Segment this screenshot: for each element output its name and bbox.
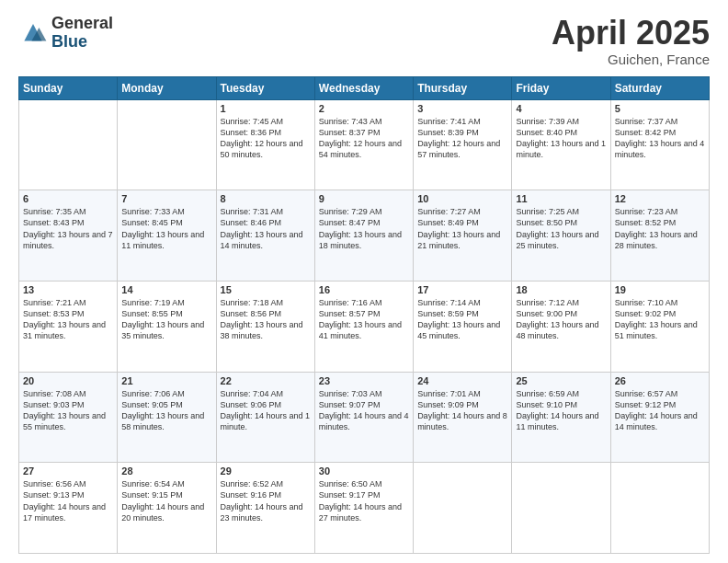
col-wednesday: Wednesday xyxy=(314,76,413,99)
calendar-cell: 15Sunrise: 7:18 AMSunset: 8:56 PMDayligh… xyxy=(216,281,314,372)
col-tuesday: Tuesday xyxy=(216,76,314,99)
calendar-cell: 14Sunrise: 7:19 AMSunset: 8:55 PMDayligh… xyxy=(118,281,216,372)
calendar-cell: 10Sunrise: 7:27 AMSunset: 8:49 PMDayligh… xyxy=(414,190,512,282)
calendar-cell: 27Sunrise: 6:56 AMSunset: 9:13 PMDayligh… xyxy=(19,463,118,554)
week-row-5: 27Sunrise: 6:56 AMSunset: 9:13 PMDayligh… xyxy=(19,463,710,554)
day-number: 25 xyxy=(516,375,606,386)
calendar-cell: 7Sunrise: 7:33 AMSunset: 8:45 PMDaylight… xyxy=(118,190,216,282)
title-block: April 2025 Guichen, France xyxy=(552,15,710,67)
day-info: Sunrise: 7:43 AMSunset: 8:37 PMDaylight:… xyxy=(319,116,409,161)
calendar-cell: 26Sunrise: 6:57 AMSunset: 9:12 PMDayligh… xyxy=(610,372,709,463)
day-info: Sunrise: 7:45 AMSunset: 8:36 PMDaylight:… xyxy=(221,116,311,161)
day-info: Sunrise: 6:57 AMSunset: 9:12 PMDaylight:… xyxy=(615,388,705,433)
day-number: 28 xyxy=(121,465,211,477)
day-info: Sunrise: 7:21 AMSunset: 8:53 PMDaylight:… xyxy=(23,297,113,342)
day-info: Sunrise: 6:52 AMSunset: 9:16 PMDaylight:… xyxy=(221,478,311,523)
day-number: 8 xyxy=(221,193,311,204)
day-number: 26 xyxy=(615,375,705,386)
day-number: 12 xyxy=(615,193,705,204)
calendar-cell: 16Sunrise: 7:16 AMSunset: 8:57 PMDayligh… xyxy=(314,281,413,372)
page: General Blue April 2025 Guichen, France … xyxy=(0,0,728,563)
day-number: 4 xyxy=(516,103,606,114)
calendar-cell: 13Sunrise: 7:21 AMSunset: 8:53 PMDayligh… xyxy=(19,281,118,372)
day-number: 14 xyxy=(121,284,211,295)
header: General Blue April 2025 Guichen, France xyxy=(18,15,710,67)
col-saturday: Saturday xyxy=(610,76,709,99)
calendar-cell: 29Sunrise: 6:52 AMSunset: 9:16 PMDayligh… xyxy=(216,463,314,554)
title-month: April 2025 xyxy=(552,15,710,52)
day-number: 29 xyxy=(221,465,311,477)
calendar-cell: 9Sunrise: 7:29 AMSunset: 8:47 PMDaylight… xyxy=(314,190,413,282)
col-thursday: Thursday xyxy=(414,76,512,99)
calendar-cell: 4Sunrise: 7:39 AMSunset: 8:40 PMDaylight… xyxy=(512,99,610,190)
logo-general: General xyxy=(51,15,113,33)
col-monday: Monday xyxy=(118,76,216,99)
day-number: 16 xyxy=(319,284,409,295)
day-info: Sunrise: 7:37 AMSunset: 8:42 PMDaylight:… xyxy=(615,116,705,161)
day-info: Sunrise: 7:25 AMSunset: 8:50 PMDaylight:… xyxy=(516,206,606,251)
day-number: 17 xyxy=(417,284,507,295)
day-info: Sunrise: 7:01 AMSunset: 9:09 PMDaylight:… xyxy=(417,388,507,433)
day-number: 9 xyxy=(319,193,409,204)
day-number: 30 xyxy=(319,465,409,477)
day-info: Sunrise: 7:06 AMSunset: 9:05 PMDaylight:… xyxy=(121,388,211,433)
calendar-cell: 18Sunrise: 7:12 AMSunset: 9:00 PMDayligh… xyxy=(512,281,610,372)
logo-text: General Blue xyxy=(51,15,113,52)
week-row-1: 1Sunrise: 7:45 AMSunset: 8:36 PMDaylight… xyxy=(19,99,710,190)
week-row-3: 13Sunrise: 7:21 AMSunset: 8:53 PMDayligh… xyxy=(19,281,710,372)
calendar-cell: 25Sunrise: 6:59 AMSunset: 9:10 PMDayligh… xyxy=(512,372,610,463)
day-info: Sunrise: 7:41 AMSunset: 8:39 PMDaylight:… xyxy=(417,116,507,161)
day-info: Sunrise: 7:31 AMSunset: 8:46 PMDaylight:… xyxy=(221,206,311,251)
day-info: Sunrise: 7:39 AMSunset: 8:40 PMDaylight:… xyxy=(516,116,606,161)
calendar-cell: 19Sunrise: 7:10 AMSunset: 9:02 PMDayligh… xyxy=(610,281,709,372)
day-number: 1 xyxy=(221,103,311,114)
day-info: Sunrise: 7:23 AMSunset: 8:52 PMDaylight:… xyxy=(615,206,705,251)
day-number: 22 xyxy=(221,375,311,386)
calendar-table: Sunday Monday Tuesday Wednesday Thursday… xyxy=(18,76,710,554)
day-info: Sunrise: 7:03 AMSunset: 9:07 PMDaylight:… xyxy=(319,388,409,433)
calendar-cell: 28Sunrise: 6:54 AMSunset: 9:15 PMDayligh… xyxy=(118,463,216,554)
calendar-cell xyxy=(610,463,709,554)
title-location: Guichen, France xyxy=(552,52,710,67)
logo-icon xyxy=(18,20,48,46)
calendar-cell: 12Sunrise: 7:23 AMSunset: 8:52 PMDayligh… xyxy=(610,190,709,282)
calendar-cell: 30Sunrise: 6:50 AMSunset: 9:17 PMDayligh… xyxy=(314,463,413,554)
day-number: 23 xyxy=(319,375,409,386)
day-info: Sunrise: 7:35 AMSunset: 8:43 PMDaylight:… xyxy=(23,206,113,251)
day-info: Sunrise: 7:12 AMSunset: 9:00 PMDaylight:… xyxy=(516,297,606,342)
day-number: 10 xyxy=(417,193,507,204)
day-info: Sunrise: 6:56 AMSunset: 9:13 PMDaylight:… xyxy=(23,478,113,523)
calendar-cell: 20Sunrise: 7:08 AMSunset: 9:03 PMDayligh… xyxy=(19,372,118,463)
day-number: 27 xyxy=(23,465,113,477)
col-friday: Friday xyxy=(512,76,610,99)
day-number: 19 xyxy=(615,284,705,295)
logo-blue: Blue xyxy=(51,33,113,52)
calendar-cell: 3Sunrise: 7:41 AMSunset: 8:39 PMDaylight… xyxy=(414,99,512,190)
day-number: 18 xyxy=(516,284,606,295)
calendar-cell: 24Sunrise: 7:01 AMSunset: 9:09 PMDayligh… xyxy=(414,372,512,463)
col-sunday: Sunday xyxy=(19,76,118,99)
calendar-cell: 23Sunrise: 7:03 AMSunset: 9:07 PMDayligh… xyxy=(314,372,413,463)
day-info: Sunrise: 7:08 AMSunset: 9:03 PMDaylight:… xyxy=(23,388,113,433)
day-info: Sunrise: 7:29 AMSunset: 8:47 PMDaylight:… xyxy=(319,206,409,251)
day-info: Sunrise: 7:14 AMSunset: 8:59 PMDaylight:… xyxy=(417,297,507,342)
day-number: 15 xyxy=(221,284,311,295)
day-info: Sunrise: 6:59 AMSunset: 9:10 PMDaylight:… xyxy=(516,388,606,433)
calendar-cell: 8Sunrise: 7:31 AMSunset: 8:46 PMDaylight… xyxy=(216,190,314,282)
logo: General Blue xyxy=(18,15,113,52)
day-info: Sunrise: 7:16 AMSunset: 8:57 PMDaylight:… xyxy=(319,297,409,342)
calendar-cell: 2Sunrise: 7:43 AMSunset: 8:37 PMDaylight… xyxy=(314,99,413,190)
calendar-cell: 5Sunrise: 7:37 AMSunset: 8:42 PMDaylight… xyxy=(610,99,709,190)
calendar-cell xyxy=(512,463,610,554)
day-number: 13 xyxy=(23,284,113,295)
calendar-cell: 17Sunrise: 7:14 AMSunset: 8:59 PMDayligh… xyxy=(414,281,512,372)
week-row-2: 6Sunrise: 7:35 AMSunset: 8:43 PMDaylight… xyxy=(19,190,710,282)
day-info: Sunrise: 7:10 AMSunset: 9:02 PMDaylight:… xyxy=(615,297,705,342)
day-number: 24 xyxy=(417,375,507,386)
day-info: Sunrise: 6:50 AMSunset: 9:17 PMDaylight:… xyxy=(319,478,409,523)
day-info: Sunrise: 7:18 AMSunset: 8:56 PMDaylight:… xyxy=(221,297,311,342)
calendar-cell xyxy=(19,99,118,190)
day-number: 7 xyxy=(121,193,211,204)
calendar-cell: 1Sunrise: 7:45 AMSunset: 8:36 PMDaylight… xyxy=(216,99,314,190)
calendar-cell xyxy=(414,463,512,554)
